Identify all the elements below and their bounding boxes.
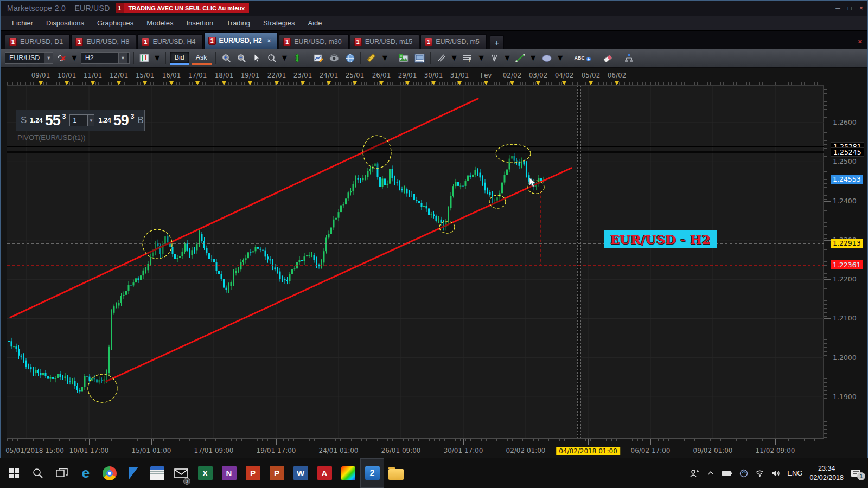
pointer-button[interactable] — [250, 52, 263, 65]
frame-button[interactable] — [413, 52, 426, 65]
ruler-button[interactable] — [365, 52, 378, 65]
close-button[interactable]: × — [859, 4, 863, 12]
strategy-button[interactable] — [622, 52, 635, 65]
menu-trading[interactable]: Trading — [220, 17, 256, 29]
word-icon[interactable]: W — [289, 458, 312, 488]
time-axis[interactable]: 05/01/2018 15:0010/01 17:0015/01 01:0017… — [7, 438, 824, 458]
unlink-button[interactable] — [55, 52, 68, 65]
amount-dropdown-icon[interactable]: ▼ — [87, 115, 94, 126]
eraser-button[interactable] — [601, 52, 614, 65]
bookmark-app-icon[interactable] — [122, 458, 145, 488]
battery-icon[interactable] — [722, 470, 732, 477]
search-icon[interactable] — [26, 458, 50, 488]
file-explorer-icon[interactable] — [384, 458, 408, 488]
publisher-icon[interactable]: P — [265, 458, 289, 488]
chrome-icon[interactable] — [98, 458, 122, 488]
zoom-in-button[interactable] — [220, 52, 233, 65]
chart-type-button[interactable] — [138, 52, 151, 65]
ellipse-annotation[interactable] — [88, 374, 117, 402]
powerpoint-icon[interactable]: P — [241, 458, 265, 488]
buy-price-big[interactable]: 59 — [113, 113, 129, 128]
magnify-mode-button[interactable] — [265, 52, 278, 65]
buy-button[interactable]: B — [137, 115, 145, 126]
tab-eur-usd-m5[interactable]: 1EUR/USD, m5 — [420, 34, 487, 49]
speaker-icon[interactable] — [771, 470, 780, 477]
tabstrip-restore-icon[interactable] — [847, 40, 852, 44]
ask-toggle[interactable]: Ask — [192, 52, 212, 65]
eye-button[interactable] — [328, 52, 341, 65]
ellipse-annotation[interactable] — [143, 229, 172, 259]
acrobat-icon[interactable]: A — [312, 458, 336, 488]
wifi-icon[interactable] — [755, 470, 764, 477]
candlestick-plot[interactable] — [7, 86, 824, 438]
tab-eur-usd-h8[interactable]: 1EUR/USD, H8 — [71, 34, 136, 49]
bid-toggle[interactable]: Bid — [170, 52, 189, 65]
chart-annotation-label[interactable]: EUR/USD - H2 — [604, 230, 717, 248]
chevron-down-icon[interactable]: ▼ — [450, 53, 458, 63]
buy-price-prefix[interactable]: 1.24 — [98, 117, 111, 124]
sell-button[interactable]: S — [20, 115, 28, 126]
trendline-button[interactable] — [514, 52, 527, 65]
chevron-down-icon[interactable]: ▼ — [380, 53, 389, 63]
menu-aide[interactable]: Aide — [302, 17, 328, 29]
tab-eur-usd-m15[interactable]: 1EUR/USD, m15 — [350, 34, 420, 49]
photos-icon[interactable] — [336, 458, 360, 488]
people-icon[interactable] — [690, 469, 700, 478]
chevron-down-icon[interactable]: ▼ — [280, 53, 289, 63]
price-axis[interactable]: 1.26001.25001.24001.23001.22001.21001.20… — [824, 86, 867, 438]
tab-eur-usd-h2[interactable]: 1EUR/USD, H2× — [204, 32, 278, 49]
period-select[interactable]: H2 ▼ — [81, 52, 130, 64]
menu-fichier[interactable]: Fichier — [6, 17, 39, 29]
sell-price-big[interactable]: 55 — [45, 113, 60, 128]
maximize-button[interactable]: □ — [848, 4, 852, 12]
clock[interactable]: 23:34 02/02/2018 — [809, 464, 844, 483]
chevron-down-icon[interactable]: ▼ — [529, 53, 538, 63]
add-tab-button[interactable]: + — [490, 35, 504, 49]
chevron-down-icon[interactable]: ▼ — [70, 53, 79, 63]
ellipse-tool-button[interactable] — [540, 52, 554, 65]
zoom-out-button[interactable] — [235, 52, 248, 65]
edit-chart-button[interactable] — [312, 52, 326, 65]
ellipse-annotation[interactable] — [489, 195, 506, 208]
task-view-icon[interactable] — [50, 458, 74, 488]
fit-vertical-button[interactable] — [291, 52, 304, 65]
menu-modeles[interactable]: Modeles — [141, 17, 179, 29]
tab-close-icon[interactable]: × — [267, 37, 271, 44]
excel-icon[interactable]: X — [193, 458, 217, 488]
tab-eur-usd-m30[interactable]: 1EUR/USD, m30 — [279, 34, 349, 49]
chevron-down-icon[interactable]: ▼ — [503, 53, 512, 63]
menu-strategies[interactable]: Strategies — [257, 17, 301, 29]
trading-station-icon[interactable]: 2 — [360, 458, 384, 488]
chevron-down-icon[interactable]: ▼ — [477, 53, 486, 63]
pitchfork-button[interactable] — [488, 52, 501, 65]
sell-price-prefix[interactable]: 1.24 — [30, 117, 42, 124]
globe-button[interactable] — [343, 52, 356, 65]
fibonacci-button[interactable]: F — [461, 52, 475, 65]
ellipse-annotation[interactable] — [363, 136, 391, 168]
menu-graphiques[interactable]: Graphiques — [91, 17, 139, 29]
menu-insertion[interactable]: Insertion — [180, 17, 219, 29]
mail-icon[interactable]: 3 — [169, 458, 193, 488]
onenote-icon[interactable]: N — [217, 458, 241, 488]
edge-icon[interactable]: e — [74, 458, 98, 488]
action-center-icon[interactable]: 1 — [851, 468, 861, 478]
minimize-button[interactable]: ─ — [835, 4, 840, 12]
add-image-button[interactable] — [397, 52, 411, 65]
start-icon[interactable] — [2, 458, 26, 488]
trendline-upper[interactable] — [10, 99, 478, 317]
lines-button[interactable] — [435, 52, 448, 65]
tray-expand-icon[interactable] — [707, 471, 714, 476]
one-click-trading-banner[interactable]: 1 TRADING AVEC UN SEUL CLIC Au mieux — [116, 3, 250, 13]
ellipse-annotation[interactable] — [439, 221, 455, 233]
indicator-label[interactable]: PIVOT(EUR/USD(t1)) — [17, 133, 86, 142]
chevron-down-icon[interactable]: ▼ — [153, 53, 162, 63]
tab-eur-usd-d1[interactable]: 1EUR/USD, D1 — [5, 34, 70, 49]
tab-eur-usd-h4[interactable]: 1EUR/USD, H4 — [137, 34, 202, 49]
menu-dispositions[interactable]: Dispositions — [40, 17, 90, 29]
instrument-select[interactable]: EUR/USD ▼ — [5, 52, 53, 64]
chevron-down-icon[interactable]: ▼ — [556, 53, 565, 63]
chart-canvas[interactable]: EUR/USD - H2 S 1.24 55 3 ▼ 1.24 59 3 B P… — [7, 86, 824, 438]
text-tool-button[interactable]: ABC — [573, 52, 593, 65]
tabstrip-close-icon[interactable]: × — [858, 39, 862, 44]
calendar-icon[interactable] — [145, 458, 169, 488]
